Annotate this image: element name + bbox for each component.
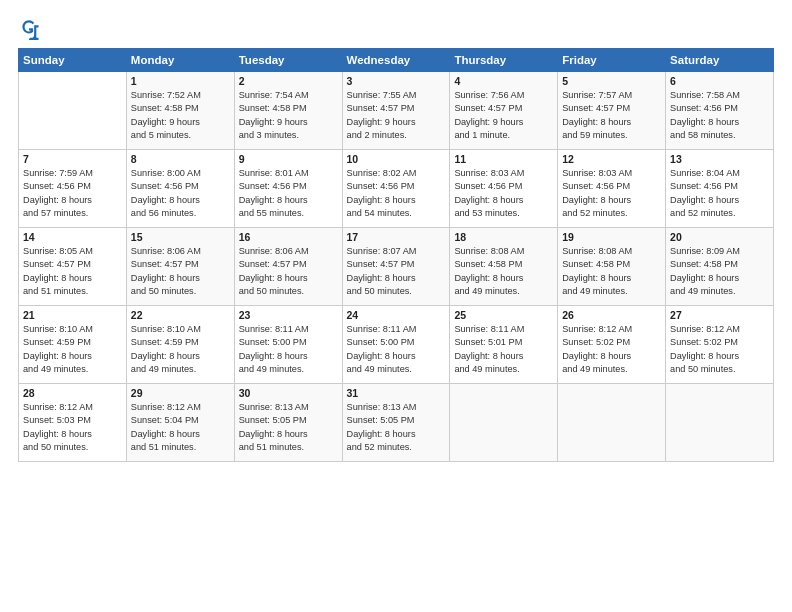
calendar-cell: 10Sunrise: 8:02 AM Sunset: 4:56 PM Dayli… (342, 150, 450, 228)
calendar-cell: 9Sunrise: 8:01 AM Sunset: 4:56 PM Daylig… (234, 150, 342, 228)
day-info: Sunrise: 8:05 AM Sunset: 4:57 PM Dayligh… (23, 245, 122, 298)
day-info: Sunrise: 8:00 AM Sunset: 4:56 PM Dayligh… (131, 167, 230, 220)
calendar-cell: 12Sunrise: 8:03 AM Sunset: 4:56 PM Dayli… (558, 150, 666, 228)
calendar-cell: 31Sunrise: 8:13 AM Sunset: 5:05 PM Dayli… (342, 384, 450, 462)
day-info: Sunrise: 7:55 AM Sunset: 4:57 PM Dayligh… (347, 89, 446, 142)
calendar-cell: 30Sunrise: 8:13 AM Sunset: 5:05 PM Dayli… (234, 384, 342, 462)
day-number: 17 (347, 231, 446, 243)
day-info: Sunrise: 8:04 AM Sunset: 4:56 PM Dayligh… (670, 167, 769, 220)
day-info: Sunrise: 7:56 AM Sunset: 4:57 PM Dayligh… (454, 89, 553, 142)
day-info: Sunrise: 8:06 AM Sunset: 4:57 PM Dayligh… (131, 245, 230, 298)
calendar-cell: 3Sunrise: 7:55 AM Sunset: 4:57 PM Daylig… (342, 72, 450, 150)
day-number: 7 (23, 153, 122, 165)
day-info: Sunrise: 8:11 AM Sunset: 5:00 PM Dayligh… (347, 323, 446, 376)
day-number: 31 (347, 387, 446, 399)
day-number: 4 (454, 75, 553, 87)
day-info: Sunrise: 8:02 AM Sunset: 4:56 PM Dayligh… (347, 167, 446, 220)
day-number: 13 (670, 153, 769, 165)
calendar-cell: 28Sunrise: 8:12 AM Sunset: 5:03 PM Dayli… (19, 384, 127, 462)
header-cell-friday: Friday (558, 49, 666, 72)
day-number: 23 (239, 309, 338, 321)
header-cell-tuesday: Tuesday (234, 49, 342, 72)
day-info: Sunrise: 7:54 AM Sunset: 4:58 PM Dayligh… (239, 89, 338, 142)
calendar-cell: 22Sunrise: 8:10 AM Sunset: 4:59 PM Dayli… (126, 306, 234, 384)
header-cell-monday: Monday (126, 49, 234, 72)
day-number: 3 (347, 75, 446, 87)
calendar-row: 28Sunrise: 8:12 AM Sunset: 5:03 PM Dayli… (19, 384, 774, 462)
calendar-cell: 24Sunrise: 8:11 AM Sunset: 5:00 PM Dayli… (342, 306, 450, 384)
day-number: 14 (23, 231, 122, 243)
day-info: Sunrise: 8:07 AM Sunset: 4:57 PM Dayligh… (347, 245, 446, 298)
day-info: Sunrise: 8:13 AM Sunset: 5:05 PM Dayligh… (347, 401, 446, 454)
day-info: Sunrise: 8:11 AM Sunset: 5:01 PM Dayligh… (454, 323, 553, 376)
calendar-cell: 26Sunrise: 8:12 AM Sunset: 5:02 PM Dayli… (558, 306, 666, 384)
calendar-cell: 4Sunrise: 7:56 AM Sunset: 4:57 PM Daylig… (450, 72, 558, 150)
day-number: 20 (670, 231, 769, 243)
calendar-cell: 23Sunrise: 8:11 AM Sunset: 5:00 PM Dayli… (234, 306, 342, 384)
calendar-cell: 14Sunrise: 8:05 AM Sunset: 4:57 PM Dayli… (19, 228, 127, 306)
logo-icon (18, 18, 40, 40)
day-number: 6 (670, 75, 769, 87)
page: SundayMondayTuesdayWednesdayThursdayFrid… (0, 0, 792, 612)
day-number: 30 (239, 387, 338, 399)
calendar-cell: 11Sunrise: 8:03 AM Sunset: 4:56 PM Dayli… (450, 150, 558, 228)
calendar-row: 14Sunrise: 8:05 AM Sunset: 4:57 PM Dayli… (19, 228, 774, 306)
day-info: Sunrise: 8:06 AM Sunset: 4:57 PM Dayligh… (239, 245, 338, 298)
day-info: Sunrise: 8:12 AM Sunset: 5:02 PM Dayligh… (670, 323, 769, 376)
calendar-cell: 17Sunrise: 8:07 AM Sunset: 4:57 PM Dayli… (342, 228, 450, 306)
day-info: Sunrise: 8:11 AM Sunset: 5:00 PM Dayligh… (239, 323, 338, 376)
day-info: Sunrise: 8:03 AM Sunset: 4:56 PM Dayligh… (562, 167, 661, 220)
day-number: 8 (131, 153, 230, 165)
calendar-cell: 20Sunrise: 8:09 AM Sunset: 4:58 PM Dayli… (666, 228, 774, 306)
day-number: 18 (454, 231, 553, 243)
calendar-cell (666, 384, 774, 462)
calendar-cell: 5Sunrise: 7:57 AM Sunset: 4:57 PM Daylig… (558, 72, 666, 150)
day-number: 10 (347, 153, 446, 165)
header-cell-sunday: Sunday (19, 49, 127, 72)
header-cell-saturday: Saturday (666, 49, 774, 72)
calendar-cell: 27Sunrise: 8:12 AM Sunset: 5:02 PM Dayli… (666, 306, 774, 384)
calendar-cell: 7Sunrise: 7:59 AM Sunset: 4:56 PM Daylig… (19, 150, 127, 228)
day-info: Sunrise: 7:52 AM Sunset: 4:58 PM Dayligh… (131, 89, 230, 142)
day-number: 5 (562, 75, 661, 87)
calendar-cell: 15Sunrise: 8:06 AM Sunset: 4:57 PM Dayli… (126, 228, 234, 306)
calendar-cell: 19Sunrise: 8:08 AM Sunset: 4:58 PM Dayli… (558, 228, 666, 306)
calendar-cell: 8Sunrise: 8:00 AM Sunset: 4:56 PM Daylig… (126, 150, 234, 228)
day-number: 11 (454, 153, 553, 165)
day-number: 1 (131, 75, 230, 87)
day-info: Sunrise: 8:12 AM Sunset: 5:02 PM Dayligh… (562, 323, 661, 376)
day-info: Sunrise: 8:10 AM Sunset: 4:59 PM Dayligh… (131, 323, 230, 376)
day-number: 25 (454, 309, 553, 321)
day-info: Sunrise: 8:12 AM Sunset: 5:04 PM Dayligh… (131, 401, 230, 454)
calendar-row: 1Sunrise: 7:52 AM Sunset: 4:58 PM Daylig… (19, 72, 774, 150)
day-info: Sunrise: 8:08 AM Sunset: 4:58 PM Dayligh… (454, 245, 553, 298)
day-number: 16 (239, 231, 338, 243)
day-number: 26 (562, 309, 661, 321)
day-info: Sunrise: 7:58 AM Sunset: 4:56 PM Dayligh… (670, 89, 769, 142)
calendar-table: SundayMondayTuesdayWednesdayThursdayFrid… (18, 48, 774, 462)
calendar-cell: 18Sunrise: 8:08 AM Sunset: 4:58 PM Dayli… (450, 228, 558, 306)
day-number: 21 (23, 309, 122, 321)
calendar-cell (450, 384, 558, 462)
day-info: Sunrise: 8:08 AM Sunset: 4:58 PM Dayligh… (562, 245, 661, 298)
header (18, 18, 774, 40)
calendar-cell: 1Sunrise: 7:52 AM Sunset: 4:58 PM Daylig… (126, 72, 234, 150)
day-number: 27 (670, 309, 769, 321)
day-info: Sunrise: 8:12 AM Sunset: 5:03 PM Dayligh… (23, 401, 122, 454)
header-cell-thursday: Thursday (450, 49, 558, 72)
calendar-cell: 6Sunrise: 7:58 AM Sunset: 4:56 PM Daylig… (666, 72, 774, 150)
day-info: Sunrise: 7:57 AM Sunset: 4:57 PM Dayligh… (562, 89, 661, 142)
day-number: 24 (347, 309, 446, 321)
header-row: SundayMondayTuesdayWednesdayThursdayFrid… (19, 49, 774, 72)
day-info: Sunrise: 8:01 AM Sunset: 4:56 PM Dayligh… (239, 167, 338, 220)
day-number: 12 (562, 153, 661, 165)
day-info: Sunrise: 8:10 AM Sunset: 4:59 PM Dayligh… (23, 323, 122, 376)
calendar-cell (558, 384, 666, 462)
calendar-row: 7Sunrise: 7:59 AM Sunset: 4:56 PM Daylig… (19, 150, 774, 228)
day-number: 15 (131, 231, 230, 243)
calendar-row: 21Sunrise: 8:10 AM Sunset: 4:59 PM Dayli… (19, 306, 774, 384)
logo (18, 18, 44, 40)
calendar-cell: 25Sunrise: 8:11 AM Sunset: 5:01 PM Dayli… (450, 306, 558, 384)
day-number: 19 (562, 231, 661, 243)
calendar-cell: 21Sunrise: 8:10 AM Sunset: 4:59 PM Dayli… (19, 306, 127, 384)
